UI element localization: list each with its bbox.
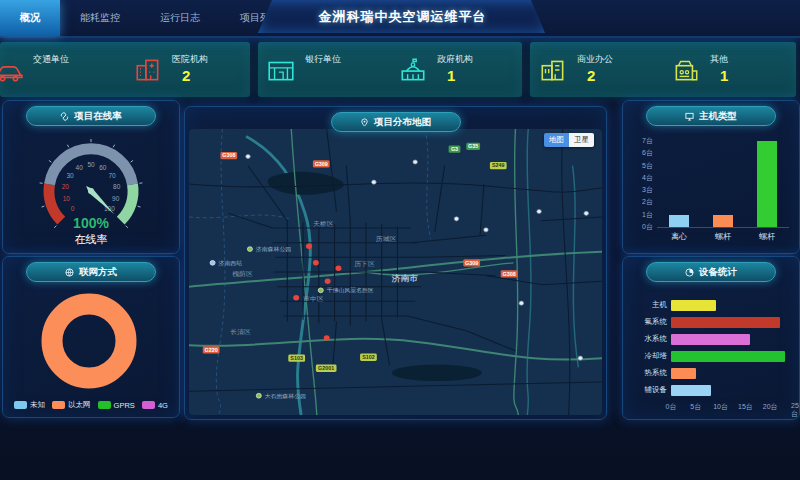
map-place-label: 千佛山风景名胜区 bbox=[327, 287, 374, 294]
svg-text:40: 40 bbox=[76, 164, 84, 171]
satellite-button[interactable]: 卫星 bbox=[569, 133, 594, 147]
map-canvas[interactable]: G308 G309 S249 G3 G35 G309 G308 S103 G20… bbox=[189, 129, 602, 415]
globe-icon bbox=[65, 268, 74, 277]
panel-host-type: 主机类型 0台1台2台3台4台5台6台7台 离心螺杆螺杆 bbox=[622, 100, 800, 254]
map-button[interactable]: 地图 bbox=[544, 133, 569, 147]
stat-label: 银行单位 bbox=[305, 55, 341, 65]
device-stats-x-axis: 0台5台10台15台20台25台 bbox=[671, 402, 795, 414]
panel-title: 设备统计 bbox=[699, 266, 737, 279]
svg-text:G309: G309 bbox=[315, 161, 328, 167]
panel-device-stats: 设备统计 主机氟系统水系统冷却塔热系统辅设备 0台5台10台15台20台25台 bbox=[622, 256, 800, 420]
office-icon bbox=[538, 56, 568, 84]
y-axis-tick: 5台 bbox=[642, 161, 653, 171]
host-type-categories: 离心螺杆螺杆 bbox=[657, 231, 789, 242]
device-stat-row: 主机 bbox=[629, 297, 795, 313]
map-poi-dot[interactable] bbox=[318, 288, 323, 293]
tab-overview[interactable]: 概况 bbox=[0, 0, 60, 36]
factory-icon bbox=[671, 56, 701, 84]
tab-run-log[interactable]: 运行日志 bbox=[140, 0, 220, 36]
device-stat-bar bbox=[671, 351, 785, 362]
map-district-label: 市中区 bbox=[303, 296, 324, 303]
svg-text:S102: S102 bbox=[362, 354, 375, 360]
government-icon bbox=[398, 56, 428, 84]
device-stat-row: 冷却塔 bbox=[629, 348, 795, 364]
device-stat-bar bbox=[671, 300, 716, 311]
road-shield: S102 bbox=[360, 354, 377, 361]
stat-value: 2 bbox=[577, 68, 613, 85]
device-stat-bar bbox=[671, 334, 750, 345]
panel-network-type: 联网方式 未知以太网GPRS4G bbox=[2, 256, 180, 418]
stat-office: 商业办公 2 bbox=[530, 42, 663, 97]
svg-text:G35: G35 bbox=[468, 143, 478, 149]
map-viewport[interactable]: G308 G309 S249 G3 G35 G309 G308 S103 G20… bbox=[189, 129, 602, 415]
donut-ring bbox=[52, 304, 126, 378]
road-shield: G3 bbox=[449, 146, 461, 153]
map-place-label: 大石崮森林公园 bbox=[265, 393, 306, 400]
svg-text:60: 60 bbox=[99, 164, 107, 171]
x-axis-tick: 20台 bbox=[763, 402, 778, 412]
tab-energy-monitor[interactable]: 能耗监控 bbox=[60, 0, 140, 36]
legend-item[interactable]: 4G bbox=[142, 400, 168, 410]
top-nav-bar: 概况 能耗监控 运行日志 项目列表 视频监控 金洲科瑞中央空调运维平台 bbox=[0, 0, 800, 38]
road-shield: G2001 bbox=[316, 365, 337, 372]
stat-other: 其他 1 bbox=[663, 42, 796, 97]
svg-text:10: 10 bbox=[63, 195, 71, 202]
stat-label: 医院机构 bbox=[172, 55, 208, 65]
x-axis-tick: 0台 bbox=[666, 402, 677, 412]
x-axis-tick: 10台 bbox=[713, 402, 728, 412]
legend-swatch bbox=[142, 401, 155, 409]
svg-text:G308: G308 bbox=[502, 271, 515, 277]
device-stats-rows: 主机氟系统水系统冷却塔热系统辅设备 bbox=[629, 297, 795, 398]
car-icon bbox=[0, 56, 24, 84]
platform-title-panel: 金洲科瑞中央空调运维平台 bbox=[258, 0, 547, 34]
device-stat-track bbox=[671, 300, 795, 311]
host-type-plot bbox=[657, 141, 789, 228]
panel-online-rate-header: 项目在线率 bbox=[26, 106, 156, 126]
legend-swatch bbox=[98, 401, 111, 409]
panel-title: 主机类型 bbox=[699, 110, 737, 123]
x-axis-tick: 5台 bbox=[690, 402, 701, 412]
gauge-value: 100% bbox=[73, 215, 109, 231]
device-stat-bar bbox=[671, 317, 780, 328]
device-stat-track bbox=[671, 334, 795, 345]
host-type-bar bbox=[713, 215, 733, 227]
x-axis-tick: 15台 bbox=[738, 402, 753, 412]
legend-item[interactable]: GPRS bbox=[98, 400, 135, 410]
panel-title: 项目分布地图 bbox=[374, 116, 431, 129]
svg-text:80: 80 bbox=[113, 183, 121, 190]
stat-card-transport-hospital: 交通单位 医院机构 2 bbox=[0, 42, 250, 97]
y-axis-tick: 0台 bbox=[642, 222, 653, 232]
legend-label: 未知 bbox=[30, 400, 45, 410]
panel-title: 联网方式 bbox=[79, 266, 117, 279]
gauge-label: 在线率 bbox=[75, 233, 108, 245]
device-stat-label: 氟系统 bbox=[629, 317, 671, 327]
network-donut-chart bbox=[3, 285, 179, 399]
x-axis-category: 螺杆 bbox=[759, 231, 775, 242]
host-type-chart: 0台1台2台3台4台5台6台7台 离心螺杆螺杆 bbox=[631, 141, 791, 245]
map-poi-dot[interactable] bbox=[247, 247, 252, 252]
device-stat-label: 水系统 bbox=[629, 334, 671, 344]
link-icon bbox=[60, 112, 69, 121]
svg-text:G2001: G2001 bbox=[318, 365, 334, 371]
map-pin-icon bbox=[360, 118, 369, 127]
stat-value: 1 bbox=[710, 68, 728, 85]
page-title: 金洲科瑞中央空调运维平台 bbox=[319, 8, 487, 26]
legend-swatch bbox=[52, 401, 65, 409]
road-shield: G220 bbox=[203, 346, 220, 353]
svg-text:0: 0 bbox=[71, 205, 75, 212]
road-shield: G35 bbox=[466, 143, 480, 150]
road-shield: G308 bbox=[220, 152, 237, 159]
device-stat-row: 热系统 bbox=[629, 365, 795, 381]
device-stat-track bbox=[671, 317, 795, 328]
legend-item[interactable]: 以太网 bbox=[52, 400, 91, 410]
y-axis-tick: 1台 bbox=[642, 210, 653, 220]
map-poi-dot[interactable] bbox=[256, 393, 261, 398]
device-stat-track bbox=[671, 368, 795, 379]
svg-text:30: 30 bbox=[66, 172, 74, 179]
device-stat-row: 氟系统 bbox=[629, 314, 795, 330]
legend-item[interactable]: 未知 bbox=[14, 400, 45, 410]
svg-text:S249: S249 bbox=[492, 163, 505, 169]
map-poi-dot[interactable] bbox=[210, 260, 215, 265]
legend-swatch bbox=[14, 401, 27, 409]
svg-text:50: 50 bbox=[87, 161, 95, 168]
